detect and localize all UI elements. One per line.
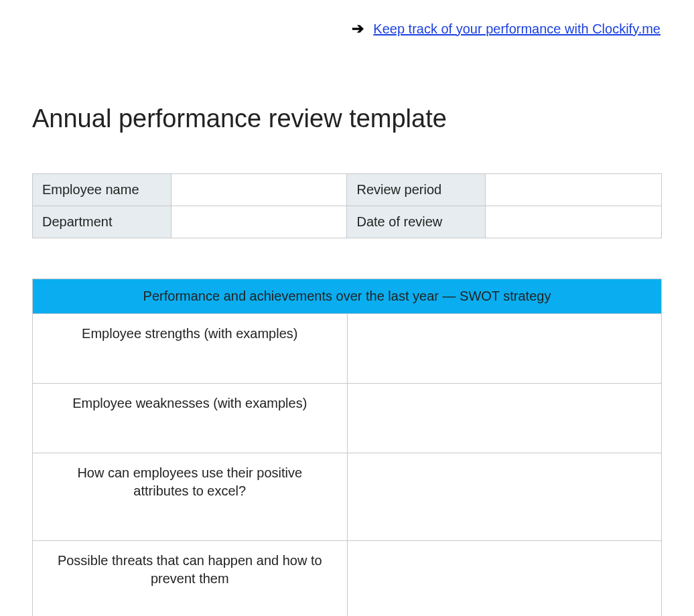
table-row: How can employees use their positive att… xyxy=(33,453,662,541)
arrow-right-icon: ➔ xyxy=(352,20,364,37)
swot-header: Performance and achievements over the la… xyxy=(33,279,662,314)
label-employee-name: Employee name xyxy=(33,174,171,206)
swot-answer-threats[interactable] xyxy=(347,541,662,617)
swot-answer-opportunities[interactable] xyxy=(347,453,662,541)
label-review-period: Review period xyxy=(347,174,486,206)
swot-table: Performance and achievements over the la… xyxy=(32,279,662,616)
swot-question-threats: Possible threats that can happen and how… xyxy=(33,541,348,617)
swot-header-row: Performance and achievements over the la… xyxy=(33,279,662,314)
top-link-bar: ➔ Keep track of your performance with Cl… xyxy=(0,0,694,37)
value-review-period[interactable] xyxy=(486,174,662,206)
page-title: Annual performance review template xyxy=(32,104,662,133)
swot-answer-weaknesses[interactable] xyxy=(347,384,662,453)
table-row: Employee name Review period xyxy=(33,174,662,206)
swot-question-opportunities: How can employees use their positive att… xyxy=(33,453,348,541)
label-date-of-review: Date of review xyxy=(347,206,486,238)
swot-question-strengths: Employee strengths (with examples) xyxy=(33,314,348,384)
table-row: Employee weaknesses (with examples) xyxy=(33,384,662,453)
document-body: Annual performance review template Emplo… xyxy=(0,104,694,616)
employee-info-table: Employee name Review period Department D… xyxy=(32,173,662,238)
table-row: Possible threats that can happen and how… xyxy=(33,541,662,617)
value-department[interactable] xyxy=(171,206,347,238)
table-row: Employee strengths (with examples) xyxy=(33,314,662,384)
clockify-link[interactable]: Keep track of your performance with Cloc… xyxy=(373,21,661,37)
table-row: Department Date of review xyxy=(33,206,662,238)
swot-answer-strengths[interactable] xyxy=(347,314,662,384)
value-employee-name[interactable] xyxy=(171,174,347,206)
swot-question-weaknesses: Employee weaknesses (with examples) xyxy=(33,384,348,453)
value-date-of-review[interactable] xyxy=(486,206,662,238)
label-department: Department xyxy=(33,206,171,238)
